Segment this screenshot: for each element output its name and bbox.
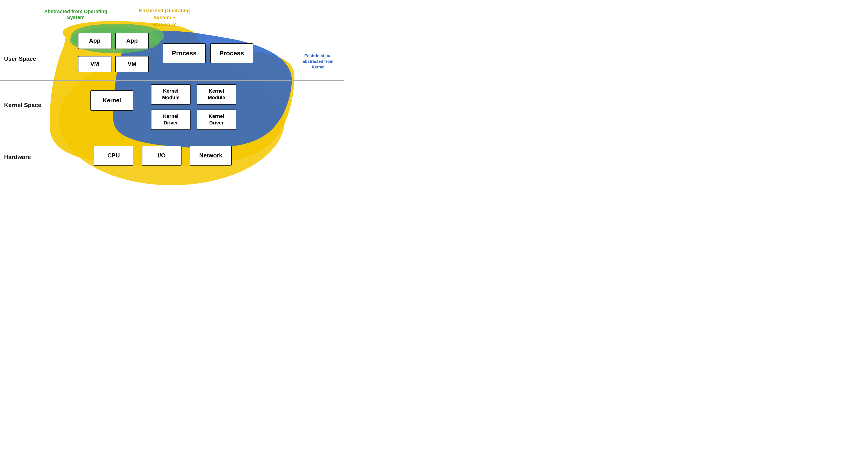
box-km2: Kernel Module bbox=[197, 84, 236, 105]
box-app2: App bbox=[115, 33, 149, 49]
label-enshrined: Enshrined (Operating System + Hardware) bbox=[134, 7, 194, 28]
box-kd2: Kernel Driver bbox=[197, 109, 236, 130]
label-enshrined-abstracted: Enshrined but abstracted from Kernel bbox=[299, 53, 337, 70]
box-kernel: Kernel bbox=[90, 90, 133, 111]
divider-kernel-hardware bbox=[0, 137, 344, 137]
box-vm1: VM bbox=[78, 56, 112, 72]
box-process1: Process bbox=[163, 43, 206, 63]
box-network: Network bbox=[190, 146, 232, 166]
row-label-hardware: Hardware bbox=[4, 154, 31, 161]
box-vm2: VM bbox=[115, 56, 149, 72]
row-label-kernel-space: Kernel Space bbox=[4, 102, 41, 109]
box-app1: App bbox=[78, 33, 112, 49]
box-cpu: CPU bbox=[94, 146, 133, 166]
box-process2: Process bbox=[210, 43, 253, 63]
box-io: I/O bbox=[142, 146, 182, 166]
label-abstracted: Abstracted from Operating System bbox=[44, 8, 107, 20]
divider-user-kernel bbox=[0, 80, 344, 80]
box-km1: Kernel Module bbox=[151, 84, 191, 105]
row-label-user-space: User Space bbox=[4, 55, 36, 62]
diagram-container: Abstracted from Operating System Enshrin… bbox=[0, 0, 344, 194]
box-kd1: Kernel Driver bbox=[151, 109, 191, 130]
